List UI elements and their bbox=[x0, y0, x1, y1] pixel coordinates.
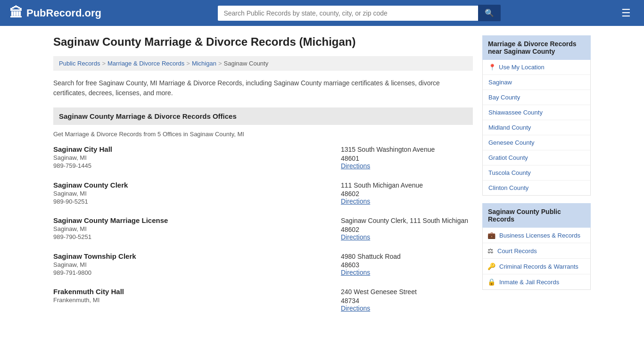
office-right: 1315 South Washington Avenue 48601 Direc… bbox=[341, 145, 473, 170]
nearby-item[interactable]: Tuscola County bbox=[483, 165, 590, 181]
directions-link[interactable]: Directions bbox=[341, 197, 370, 205]
office-entry: Frakenmuth City Hall Frankenmuth, MI 240… bbox=[53, 288, 473, 312]
public-record-link[interactable]: Business Licenses & Records bbox=[499, 232, 580, 239]
public-record-item[interactable]: 🔑Criminal Records & Warrants bbox=[483, 259, 590, 274]
nearby-header: Marriage & Divorce Records near Saginaw … bbox=[482, 35, 591, 60]
directions-link[interactable]: Directions bbox=[341, 233, 370, 241]
office-name: Saginaw County Marriage License bbox=[53, 216, 331, 224]
section-header: Saginaw County Marriage & Divorce Record… bbox=[53, 107, 473, 125]
offices-list: Saginaw City Hall Saginaw, MI 989-759-14… bbox=[53, 145, 473, 312]
nearby-item[interactable]: Shiawassee County bbox=[483, 105, 590, 120]
public-records-list: 💼Business Licenses & Records⚖Court Recor… bbox=[482, 228, 591, 290]
menu-button[interactable]: ☰ bbox=[618, 5, 635, 21]
record-icon: 🔑 bbox=[487, 263, 495, 270]
logo-icon: 🏛 bbox=[9, 5, 23, 21]
office-name: Saginaw Township Clerk bbox=[53, 252, 331, 260]
nearby-item[interactable]: Bay County bbox=[483, 90, 590, 105]
nearby-link[interactable]: Clinton County bbox=[488, 184, 528, 191]
record-icon: ⚖ bbox=[487, 247, 494, 255]
breadcrumb-marriage-divorce[interactable]: Marriage & Divorce Records bbox=[107, 60, 184, 67]
office-left: Saginaw City Hall Saginaw, MI 989-759-14… bbox=[53, 145, 331, 170]
public-record-item[interactable]: 🔒Inmate & Jail Records bbox=[483, 274, 590, 289]
sidebar: Marriage & Divorce Records near Saginaw … bbox=[482, 35, 591, 323]
office-left: Frakenmuth City Hall Frankenmuth, MI bbox=[53, 288, 331, 312]
nearby-link[interactable]: Gratiot County bbox=[488, 154, 528, 161]
office-city: Frankenmuth, MI bbox=[53, 296, 331, 304]
office-zip: 48602 bbox=[341, 190, 473, 197]
office-entry: Saginaw County Marriage License Saginaw,… bbox=[53, 216, 473, 241]
directions-link[interactable]: Directions bbox=[341, 269, 370, 276]
logo-text: PubRecord.org bbox=[26, 7, 101, 19]
office-right: 240 West Genesee Street 48734 Directions bbox=[341, 288, 473, 312]
nearby-link[interactable]: Shiawassee County bbox=[488, 109, 543, 116]
nearby-link[interactable]: Tuscola County bbox=[488, 169, 531, 176]
office-left: Saginaw Township Clerk Saginaw, MI 989-7… bbox=[53, 252, 331, 277]
breadcrumb-public-records[interactable]: Public Records bbox=[59, 60, 100, 67]
nearby-link[interactable]: Genesee County bbox=[488, 139, 535, 146]
public-record-link[interactable]: Criminal Records & Warrants bbox=[499, 263, 578, 270]
office-address: Saginaw County Clerk, 111 South Michigan bbox=[341, 216, 473, 226]
main-content: Saginaw County Marriage & Divorce Record… bbox=[53, 35, 473, 323]
office-right: Saginaw County Clerk, 111 South Michigan… bbox=[341, 216, 473, 241]
nearby-item[interactable]: Genesee County bbox=[483, 135, 590, 150]
office-phone: 989-790-5251 bbox=[53, 233, 331, 240]
office-phone: 989-759-1445 bbox=[53, 162, 331, 169]
office-name: Saginaw County Clerk bbox=[53, 181, 331, 189]
public-records-section: Saginaw County Public Records 💼Business … bbox=[482, 203, 591, 290]
page-description: Search for free Saginaw County, MI Marri… bbox=[53, 78, 473, 98]
breadcrumb-current: Saginaw County bbox=[224, 60, 269, 67]
location-icon: 📍 bbox=[488, 64, 496, 71]
breadcrumb-sep-1: > bbox=[102, 60, 106, 67]
record-icon: 🔒 bbox=[487, 278, 495, 286]
office-address: 4980 Shattuck Road bbox=[341, 252, 473, 262]
nearby-section: Marriage & Divorce Records near Saginaw … bbox=[482, 35, 591, 196]
office-city: Saginaw, MI bbox=[53, 190, 331, 197]
public-record-link[interactable]: Inmate & Jail Records bbox=[499, 279, 559, 286]
office-right: 111 South Michigan Avenue 48602 Directio… bbox=[341, 181, 473, 206]
office-name: Frakenmuth City Hall bbox=[53, 288, 331, 296]
office-right: 4980 Shattuck Road 48603 Directions bbox=[341, 252, 473, 277]
office-zip: 48601 bbox=[341, 155, 473, 162]
breadcrumb: Public Records > Marriage & Divorce Reco… bbox=[53, 56, 473, 71]
nearby-link[interactable]: Saginaw bbox=[488, 79, 512, 86]
section-count: Get Marriage & Divorce Records from 5 Of… bbox=[53, 131, 473, 138]
office-name: Saginaw City Hall bbox=[53, 145, 331, 153]
public-record-item[interactable]: 💼Business Licenses & Records bbox=[483, 228, 590, 243]
breadcrumb-michigan[interactable]: Michigan bbox=[192, 60, 216, 67]
page-title: Saginaw County Marriage & Divorce Record… bbox=[53, 35, 473, 49]
nearby-item[interactable]: Midland County bbox=[483, 120, 590, 135]
public-record-link[interactable]: Court Records bbox=[497, 247, 537, 255]
directions-link[interactable]: Directions bbox=[341, 304, 370, 312]
nearby-link[interactable]: Midland County bbox=[488, 124, 531, 131]
directions-link[interactable]: Directions bbox=[341, 162, 370, 170]
breadcrumb-sep-3: > bbox=[218, 60, 222, 67]
use-location-item[interactable]: 📍Use My Location bbox=[483, 60, 590, 75]
nearby-item[interactable]: Clinton County bbox=[483, 181, 590, 195]
record-icon: 💼 bbox=[487, 231, 495, 239]
nearby-item[interactable]: Saginaw bbox=[483, 75, 590, 90]
search-input[interactable] bbox=[218, 6, 478, 21]
nearby-item[interactable]: Gratiot County bbox=[483, 150, 590, 165]
office-zip: 48603 bbox=[341, 261, 473, 269]
office-address: 240 West Genesee Street bbox=[341, 288, 473, 297]
office-phone: 989-90-5251 bbox=[53, 198, 331, 205]
search-bar: 🔍 bbox=[218, 5, 501, 21]
public-record-item[interactable]: ⚖Court Records bbox=[483, 243, 590, 259]
office-city: Saginaw, MI bbox=[53, 154, 331, 161]
office-phone: 989-791-9800 bbox=[53, 269, 331, 276]
office-city: Saginaw, MI bbox=[53, 261, 331, 268]
office-city: Saginaw, MI bbox=[53, 225, 331, 232]
logo[interactable]: 🏛 PubRecord.org bbox=[9, 5, 101, 21]
office-zip: 48602 bbox=[341, 226, 473, 233]
office-entry: Saginaw City Hall Saginaw, MI 989-759-14… bbox=[53, 145, 473, 170]
office-left: Saginaw County Marriage License Saginaw,… bbox=[53, 216, 331, 241]
breadcrumb-sep-2: > bbox=[186, 60, 190, 67]
public-records-header: Saginaw County Public Records bbox=[482, 203, 591, 228]
office-entry: Saginaw Township Clerk Saginaw, MI 989-7… bbox=[53, 252, 473, 277]
office-zip: 48734 bbox=[341, 297, 473, 304]
office-address: 1315 South Washington Avenue bbox=[341, 145, 473, 155]
nearby-list: 📍Use My LocationSaginawBay CountyShiawas… bbox=[482, 60, 591, 196]
use-location-label: Use My Location bbox=[499, 64, 545, 71]
nearby-link[interactable]: Bay County bbox=[488, 94, 520, 101]
search-button[interactable]: 🔍 bbox=[478, 5, 501, 21]
